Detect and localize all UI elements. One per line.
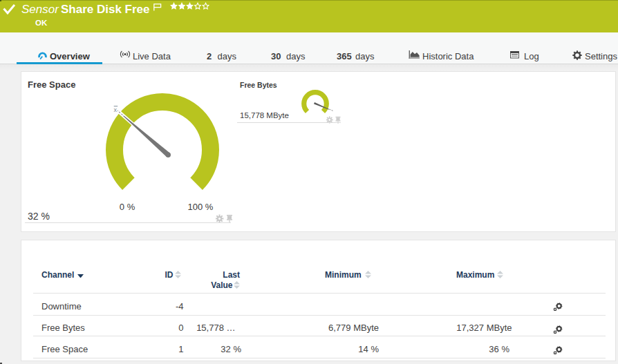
svg-text:x: x [114, 106, 118, 113]
